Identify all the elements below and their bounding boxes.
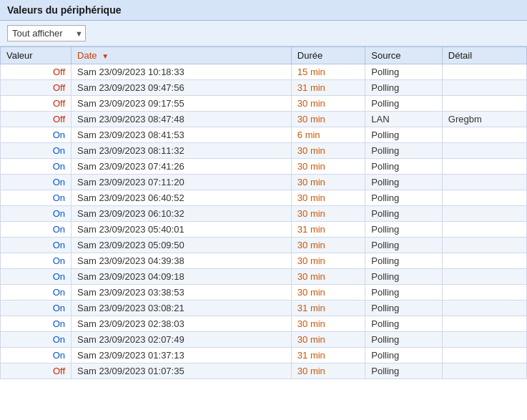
cell-duree: 31 min <box>291 222 365 238</box>
cell-duree: 30 min <box>291 143 365 159</box>
cell-source: Polling <box>365 96 443 112</box>
cell-duree: 30 min <box>291 96 365 112</box>
cell-detail <box>442 127 526 143</box>
table-row: Off Sam 23/09/2023 10:18:33 15 min Polli… <box>1 64 527 80</box>
cell-source: Polling <box>365 269 443 285</box>
cell-duree: 6 min <box>291 127 365 143</box>
cell-detail <box>442 175 526 190</box>
col-header-duree[interactable]: Durée <box>291 47 365 64</box>
cell-date: Sam 23/09/2023 05:09:50 <box>72 238 292 253</box>
cell-detail <box>442 80 526 96</box>
cell-date: Sam 23/09/2023 08:41:53 <box>72 127 292 143</box>
cell-detail <box>442 143 526 159</box>
cell-valeur: Off <box>1 80 72 96</box>
cell-detail <box>442 96 526 112</box>
table-row: On Sam 23/09/2023 01:37:13 31 min Pollin… <box>1 348 527 363</box>
cell-source: Polling <box>365 238 443 253</box>
cell-source: Polling <box>365 348 443 363</box>
table-row: Off Sam 23/09/2023 08:47:48 30 min LAN G… <box>1 112 527 127</box>
cell-duree: 31 min <box>291 80 365 96</box>
table-row: On Sam 23/09/2023 06:40:52 30 min Pollin… <box>1 190 527 206</box>
cell-valeur: Off <box>1 64 72 80</box>
table-row: Off Sam 23/09/2023 09:47:56 31 min Polli… <box>1 80 527 96</box>
cell-duree: 30 min <box>291 253 365 269</box>
cell-duree: 30 min <box>291 332 365 348</box>
cell-duree: 31 min <box>291 348 365 363</box>
cell-detail <box>442 238 526 253</box>
table-row: On Sam 23/09/2023 07:11:20 30 min Pollin… <box>1 175 527 190</box>
cell-source: Polling <box>365 253 443 269</box>
cell-date: Sam 23/09/2023 05:40:01 <box>72 222 292 238</box>
col-header-source[interactable]: Source <box>365 47 443 64</box>
cell-source: LAN <box>365 112 443 127</box>
cell-source: Polling <box>365 175 443 190</box>
cell-duree: 30 min <box>291 363 365 379</box>
cell-detail <box>442 285 526 301</box>
cell-duree: 30 min <box>291 269 365 285</box>
cell-date: Sam 23/09/2023 09:47:56 <box>72 80 292 96</box>
sort-arrow-icon: ▼ <box>102 52 109 60</box>
cell-date: Sam 23/09/2023 07:41:26 <box>72 159 292 175</box>
cell-detail <box>442 253 526 269</box>
cell-valeur: On <box>1 285 72 301</box>
cell-detail <box>442 222 526 238</box>
cell-valeur: On <box>1 238 72 253</box>
cell-valeur: On <box>1 127 72 143</box>
cell-duree: 30 min <box>291 206 365 222</box>
cell-source: Polling <box>365 206 443 222</box>
cell-valeur: On <box>1 269 72 285</box>
toolbar: Tout afficher ▼ <box>0 21 527 47</box>
cell-duree: 30 min <box>291 238 365 253</box>
col-header-detail[interactable]: Détail <box>442 47 526 64</box>
filter-select[interactable]: Tout afficher <box>7 25 86 41</box>
cell-valeur: On <box>1 348 72 363</box>
cell-date: Sam 23/09/2023 06:10:32 <box>72 206 292 222</box>
data-table: Valeur Date ▼ Durée Source Détail Off Sa… <box>0 47 527 379</box>
cell-valeur: On <box>1 316 72 332</box>
cell-source: Polling <box>365 64 443 80</box>
cell-source: Polling <box>365 222 443 238</box>
cell-date: Sam 23/09/2023 03:38:53 <box>72 285 292 301</box>
cell-date: Sam 23/09/2023 01:07:35 <box>72 363 292 379</box>
table-row: On Sam 23/09/2023 04:39:38 30 min Pollin… <box>1 253 527 269</box>
cell-duree: 31 min <box>291 301 365 316</box>
cell-source: Polling <box>365 190 443 206</box>
cell-detail <box>442 190 526 206</box>
cell-detail <box>442 363 526 379</box>
cell-date: Sam 23/09/2023 02:07:49 <box>72 332 292 348</box>
cell-date: Sam 23/09/2023 07:11:20 <box>72 175 292 190</box>
table-row: On Sam 23/09/2023 06:10:32 30 min Pollin… <box>1 206 527 222</box>
table-row: On Sam 23/09/2023 02:38:03 30 min Pollin… <box>1 316 527 332</box>
col-header-date[interactable]: Date ▼ <box>72 47 292 64</box>
cell-valeur: On <box>1 206 72 222</box>
table-row: On Sam 23/09/2023 05:40:01 31 min Pollin… <box>1 222 527 238</box>
table-row: On Sam 23/09/2023 02:07:49 30 min Pollin… <box>1 332 527 348</box>
cell-source: Polling <box>365 127 443 143</box>
cell-detail <box>442 332 526 348</box>
cell-source: Polling <box>365 80 443 96</box>
table-row: Off Sam 23/09/2023 09:17:55 30 min Polli… <box>1 96 527 112</box>
cell-detail <box>442 348 526 363</box>
page-header: Valeurs du périphérique <box>0 0 527 21</box>
cell-detail: Gregbm <box>442 112 526 127</box>
cell-valeur: On <box>1 332 72 348</box>
cell-date: Sam 23/09/2023 09:17:55 <box>72 96 292 112</box>
table-row: On Sam 23/09/2023 08:41:53 6 min Polling <box>1 127 527 143</box>
table-header-row: Valeur Date ▼ Durée Source Détail <box>1 47 527 64</box>
table-row: On Sam 23/09/2023 05:09:50 30 min Pollin… <box>1 238 527 253</box>
filter-dropdown-wrapper: Tout afficher ▼ <box>7 25 86 41</box>
cell-source: Polling <box>365 285 443 301</box>
table-row: On Sam 23/09/2023 03:38:53 30 min Pollin… <box>1 285 527 301</box>
cell-duree: 30 min <box>291 285 365 301</box>
cell-date: Sam 23/09/2023 08:11:32 <box>72 143 292 159</box>
cell-date: Sam 23/09/2023 03:08:21 <box>72 301 292 316</box>
col-header-valeur[interactable]: Valeur <box>1 47 72 64</box>
cell-valeur: Off <box>1 363 72 379</box>
cell-date: Sam 23/09/2023 01:37:13 <box>72 348 292 363</box>
cell-duree: 30 min <box>291 190 365 206</box>
table-row: On Sam 23/09/2023 03:08:21 31 min Pollin… <box>1 301 527 316</box>
cell-source: Polling <box>365 316 443 332</box>
cell-source: Polling <box>365 143 443 159</box>
cell-detail <box>442 206 526 222</box>
cell-valeur: On <box>1 222 72 238</box>
